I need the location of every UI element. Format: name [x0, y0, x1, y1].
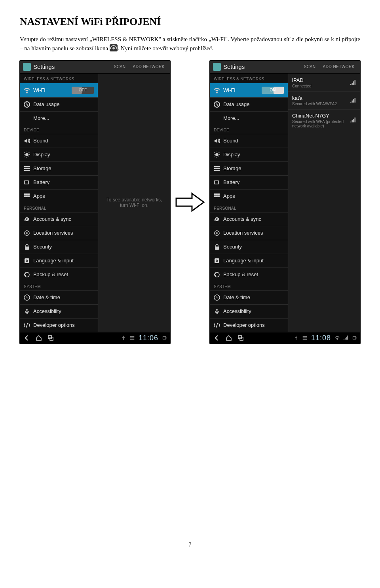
item-accounts[interactable]: Accounts & sync — [20, 212, 98, 226]
back-button[interactable] — [23, 335, 31, 341]
networks-pane: iPAD Connected kaťa Secured with WPA/WPA… — [288, 74, 360, 332]
item-more[interactable]: More... — [210, 111, 288, 125]
right-pane: To see available networks, turn Wi-Fi on… — [98, 74, 170, 332]
item-location[interactable]: Location services — [20, 226, 98, 240]
display-icon — [214, 152, 220, 158]
item-label: Location services — [33, 230, 73, 236]
signal-icon — [350, 118, 356, 123]
developer-icon — [214, 322, 220, 328]
item-battery[interactable]: Battery — [20, 175, 98, 189]
accessibility-icon — [24, 308, 30, 315]
item-label: Sound — [33, 138, 48, 144]
battery-status-icon — [352, 336, 357, 340]
item-security[interactable]: Security — [20, 240, 98, 254]
item-label: Battery — [33, 179, 49, 185]
wifi-toggle-on[interactable]: ON — [262, 87, 284, 94]
item-display[interactable]: Display — [20, 148, 98, 161]
item-label: Date & time — [33, 294, 60, 300]
network-item[interactable]: ChinaNet-N7GY Secured with WPA (protecte… — [288, 109, 360, 131]
item-more[interactable]: More... — [20, 111, 98, 125]
item-storage[interactable]: Storage — [210, 161, 288, 175]
item-label: Location services — [223, 230, 263, 236]
section-device: DEVICE — [20, 125, 98, 134]
sd-status-icon — [302, 336, 307, 340]
scan-button[interactable]: SCAN — [302, 63, 318, 70]
scan-button[interactable]: SCAN — [112, 63, 128, 70]
item-accessibility[interactable]: Accessibility — [20, 304, 98, 318]
back-button[interactable] — [213, 335, 221, 341]
section-wireless: WIRELESS & NETWORKS — [210, 74, 288, 83]
item-battery[interactable]: Battery — [210, 175, 288, 189]
sd-status-icon — [130, 336, 135, 340]
item-backup[interactable]: Backup & reset — [210, 267, 288, 281]
recent-button[interactable] — [47, 335, 55, 341]
section-system: SYSTEM — [20, 281, 98, 290]
item-apps[interactable]: Apps — [20, 189, 98, 203]
storage-icon — [214, 165, 220, 172]
item-label: More... — [223, 115, 239, 121]
item-accounts[interactable]: Accounts & sync — [210, 212, 288, 226]
item-label: Wi-Fi — [33, 87, 45, 93]
item-developer[interactable]: Developer options — [20, 318, 98, 332]
usb-status-icon — [121, 336, 126, 340]
location-icon — [24, 230, 30, 236]
clock: 11:08 — [311, 334, 331, 342]
add-network-button[interactable]: ADD NETWORK — [131, 63, 167, 70]
location-icon — [214, 230, 220, 236]
item-apps[interactable]: Apps — [210, 189, 288, 203]
toggle-label: ON — [270, 88, 276, 92]
item-language[interactable]: Language & input — [20, 254, 98, 267]
settings-list: WIRELESS & NETWORKS Wi-Fi ON Data usage … — [210, 74, 288, 332]
home-button[interactable] — [225, 335, 233, 341]
item-label: Display — [33, 152, 50, 157]
wifi-off-message: To see available networks, turn Wi-Fi on… — [98, 74, 170, 332]
settings-list: WIRELESS & NETWORKS Wi-Fi OFF Data usage… — [20, 74, 98, 332]
item-label: Accessibility — [223, 308, 251, 314]
item-label: Storage — [223, 165, 241, 171]
item-date[interactable]: Date & time — [210, 290, 288, 304]
display-icon — [24, 152, 30, 158]
network-item[interactable]: iPAD Connected — [288, 74, 360, 91]
item-sound[interactable]: Sound — [210, 134, 288, 148]
item-wifi[interactable]: Wi-Fi OFF — [20, 83, 98, 97]
item-label: Security — [33, 244, 52, 250]
item-developer[interactable]: Developer options — [210, 318, 288, 332]
wifi-status-icon — [335, 336, 340, 340]
item-label: Storage — [33, 165, 51, 171]
developer-icon — [24, 322, 30, 328]
network-name: ChinaNet-N7GY — [292, 113, 347, 119]
home-button[interactable] — [35, 335, 43, 341]
data-usage-icon — [214, 101, 220, 108]
item-security[interactable]: Security — [210, 240, 288, 254]
item-backup[interactable]: Backup & reset — [20, 267, 98, 281]
section-system: SYSTEM — [210, 281, 288, 290]
sync-icon — [24, 216, 30, 222]
item-location[interactable]: Location services — [210, 226, 288, 240]
usb-status-icon — [294, 336, 298, 340]
screenshot-left: Settings SCAN ADD NETWORK WIRELESS & NET… — [20, 61, 170, 344]
battery-icon — [214, 179, 220, 186]
item-date[interactable]: Date & time — [20, 290, 98, 304]
item-data-usage[interactable]: Data usage — [20, 97, 98, 111]
date-icon — [24, 294, 30, 301]
item-label: Sound — [223, 138, 238, 144]
navbar: 11:06 — [20, 332, 170, 344]
item-display[interactable]: Display — [210, 148, 288, 161]
item-accessibility[interactable]: Accessibility — [210, 304, 288, 318]
item-label: Battery — [223, 179, 239, 185]
network-item[interactable]: kaťa Secured with WPA/WPA2 — [288, 91, 360, 109]
signal-icon — [350, 80, 356, 85]
item-data-usage[interactable]: Data usage — [210, 97, 288, 111]
item-label: Language & input — [33, 258, 74, 264]
network-sub: Secured with WPA/WPA2 — [292, 102, 347, 106]
wifi-toggle-off[interactable]: OFF — [72, 87, 94, 94]
add-network-button[interactable]: ADD NETWORK — [321, 63, 357, 70]
item-wifi[interactable]: Wi-Fi ON — [210, 83, 288, 97]
item-label: Security — [223, 244, 242, 250]
item-storage[interactable]: Storage — [20, 161, 98, 175]
item-language[interactable]: Language & input — [210, 254, 288, 267]
item-label: Accessibility — [33, 308, 61, 314]
recent-button[interactable] — [237, 335, 245, 341]
intro-text-2: . Nyní můžete otevřít webový prohlížeč. — [118, 45, 213, 51]
item-sound[interactable]: Sound — [20, 134, 98, 148]
